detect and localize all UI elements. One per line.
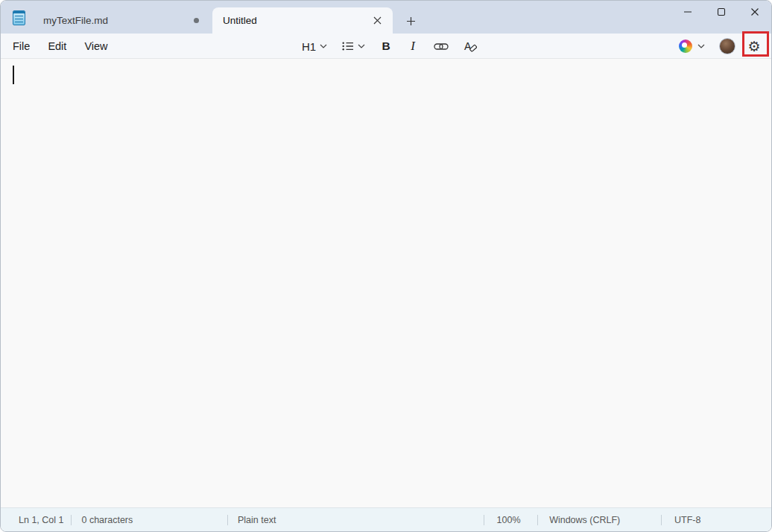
chevron-down-icon (697, 44, 705, 48)
line-ending-text: Windows (CRLF) (549, 515, 620, 525)
list-dropdown[interactable] (338, 36, 370, 57)
list-icon (342, 42, 354, 51)
window-controls (671, 1, 771, 23)
heading-label: H1 (302, 40, 316, 53)
link-button[interactable] (429, 36, 453, 57)
line-ending-status: Windows (CRLF) (538, 508, 661, 531)
clear-formatting-button[interactable]: A (459, 36, 481, 57)
tab-close-button[interactable] (369, 13, 385, 29)
character-count-status: 0 characters (72, 508, 227, 531)
format-toolbar: H1 B I (297, 34, 481, 59)
menu-edit[interactable]: Edit (40, 37, 74, 56)
close-icon (373, 16, 382, 25)
menu-file[interactable]: File (5, 37, 37, 56)
notepad-window: myTextFile.md Untitled File (0, 0, 772, 532)
tab-label: myTextFile.md (43, 15, 188, 26)
close-icon (750, 7, 759, 16)
minimize-icon (683, 7, 692, 16)
zoom-level-status: 100% (484, 508, 538, 531)
settings-button[interactable]: ⚙ (743, 36, 765, 57)
menu-view[interactable]: View (77, 37, 115, 56)
new-tab-button[interactable] (400, 10, 421, 31)
tab-mytextfile[interactable]: myTextFile.md (34, 7, 209, 34)
tab-untitled[interactable]: Untitled (212, 7, 393, 34)
text-caret (13, 66, 14, 84)
link-icon (434, 42, 449, 51)
copilot-icon (679, 39, 692, 53)
clear-formatting-icon: A (463, 40, 477, 52)
bold-label: B (382, 39, 390, 53)
cursor-position-text: Ln 1, Col 1 (19, 515, 63, 525)
status-bar: Ln 1, Col 1 0 characters Plain text 100%… (1, 507, 771, 531)
tab-label: Untitled (223, 15, 369, 26)
document-format-text: Plain text (238, 515, 276, 525)
copilot-dropdown[interactable] (674, 36, 709, 57)
chevron-down-icon (320, 44, 327, 48)
close-window-button[interactable] (738, 1, 771, 23)
menu-bar: File Edit View (5, 34, 118, 59)
notepad-app-icon (13, 10, 25, 25)
unsaved-indicator-icon (194, 18, 199, 23)
maximize-icon (717, 7, 726, 16)
zoom-level-text: 100% (497, 515, 521, 525)
encoding-status: UTF-8 (662, 508, 771, 531)
account-avatar[interactable] (719, 38, 735, 54)
chevron-down-icon (358, 44, 365, 48)
bold-button[interactable]: B (376, 36, 396, 57)
italic-button[interactable]: I (402, 36, 423, 57)
cursor-position-status: Ln 1, Col 1 (1, 508, 71, 531)
text-editor-area[interactable] (1, 60, 771, 509)
character-count-text: 0 characters (81, 515, 133, 525)
plus-icon (406, 16, 416, 26)
toolbar: File Edit View H1 B I (1, 34, 771, 59)
maximize-button[interactable] (704, 1, 738, 23)
heading-dropdown[interactable]: H1 (297, 36, 332, 57)
titlebar: myTextFile.md Untitled (1, 1, 771, 34)
document-format-status: Plain text (228, 508, 484, 531)
italic-label: I (411, 39, 415, 54)
encoding-text: UTF-8 (674, 515, 700, 525)
gear-icon: ⚙ (747, 38, 760, 55)
minimize-button[interactable] (671, 1, 704, 23)
